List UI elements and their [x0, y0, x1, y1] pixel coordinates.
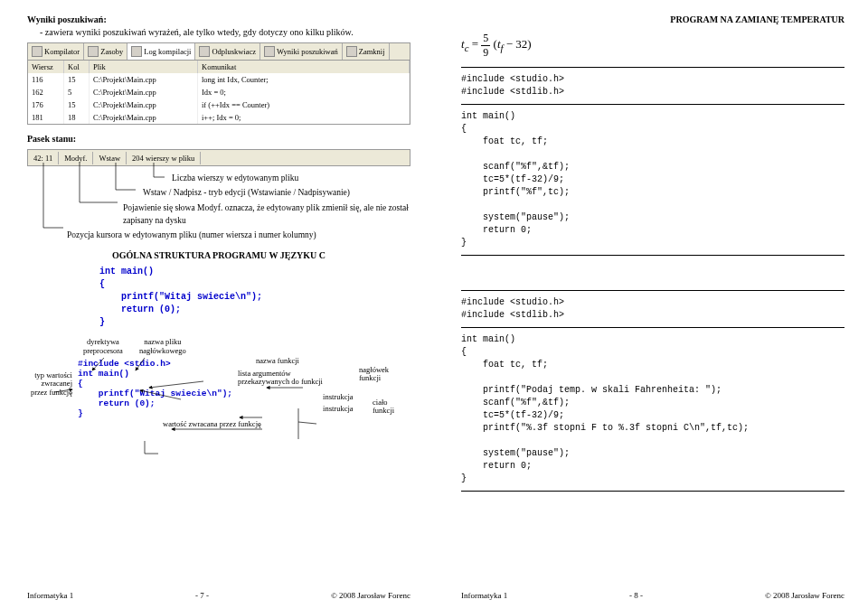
- grid-row: 18118C:\Projekt\Main.cppi++; Idx = 0;: [28, 111, 410, 124]
- cell: C:\Projekt\Main.cpp: [90, 111, 198, 124]
- code-includes-1: #include <studio.h> #include <stdlib.h>: [461, 73, 844, 98]
- status-lines: 204 wierszy w pliku: [127, 152, 201, 164]
- code-line: #include <stdlib.h>: [461, 310, 564, 320]
- col-wiersz: Wiersz: [28, 61, 64, 73]
- heading-pasek: Pasek stanu:: [27, 134, 410, 144]
- code-line: {: [78, 379, 83, 389]
- cell: C:\Projekt\Main.cpp: [90, 86, 198, 98]
- code-includes-2: #include <studio.h> #include <stdlib.h>: [461, 296, 844, 322]
- callout-modyf: Pojawienie się słowa Modyf. oznacza, że …: [63, 201, 410, 228]
- label-naglowek-funkcji: nagłówek funkcji: [359, 366, 410, 383]
- code-line: #include <stdio.h>: [78, 359, 171, 369]
- footer-title: Informatyka 1: [461, 591, 507, 600]
- page-7: Wyniki poszukiwań: - zawiera wyniki posz…: [0, 0, 434, 609]
- footer-left-page: Informatyka 1 - 7 - © 2008 Jarosław Fore…: [27, 591, 410, 600]
- code-line: return (0);: [99, 304, 181, 314]
- tab-odpluskwiacz: Odpluskwiacz: [195, 43, 260, 60]
- label-nazwa-funkcji: nazwa funkcji: [256, 357, 299, 365]
- tab-label: Wyniki poszukiwań: [277, 47, 338, 56]
- tab-log: Log kompilacji: [127, 43, 195, 60]
- code-line: printf("Witaj swiecie\n");: [78, 389, 232, 398]
- code-line: printf("Witaj swiecie\n");: [99, 292, 262, 302]
- code-line: int main(): [78, 369, 129, 379]
- cell: 176: [28, 98, 64, 111]
- tab-icon: [199, 46, 210, 57]
- divider: [461, 67, 844, 68]
- divider: [461, 290, 844, 291]
- tab-label: Log kompilacji: [144, 47, 191, 56]
- code-line: #include <studio.h>: [461, 297, 564, 307]
- cell: 5: [64, 86, 90, 98]
- cell: 15: [64, 73, 90, 86]
- footer-title: Informatyka 1: [27, 591, 73, 600]
- tab-icon: [88, 46, 99, 57]
- callout-cursor: Pozycja kursora w edytowanym pliku (nume…: [63, 229, 410, 241]
- cell: long int Idx, Counter;: [198, 73, 410, 86]
- ui-statusbar: 42: 11 Modyf. Wstaw 204 wierszy w pliku: [27, 149, 410, 166]
- label-lista-arg: lista argumentówprzekazywanych do funkcj…: [238, 370, 323, 387]
- code-line: }: [78, 408, 83, 418]
- code-sample-1: int main() { printf("Witaj swiecie\n"); …: [27, 266, 410, 329]
- tab-icon: [32, 46, 42, 57]
- cell: 116: [28, 73, 64, 86]
- label-instrukcja-2: instrukcja: [323, 405, 354, 413]
- tab-label: Kompilator: [44, 47, 80, 56]
- heading-wyniki: Wyniki poszukiwań:: [27, 14, 410, 24]
- status-mode: Wstaw: [93, 152, 127, 164]
- cell: 18: [64, 111, 90, 124]
- tab-label: Odpluskwiacz: [212, 47, 256, 56]
- label-typ-wartosci: typ wartościzwracanejprzez funkcję: [27, 359, 72, 397]
- tab-label: Zamknij: [359, 47, 385, 56]
- grid-header: Wiersz Kol Plik Komunikat: [28, 61, 410, 73]
- footer-copyright: © 2008 Jarosław Forenc: [331, 591, 410, 600]
- grid-row: 11615C:\Projekt\Main.cpplong int Idx, Co…: [28, 73, 410, 86]
- ui-grid: Wiersz Kol Plik Komunikat 11615C:\Projek…: [27, 61, 410, 125]
- document: Wyniki poszukiwań: - zawiera wyniki posz…: [0, 0, 868, 609]
- tab-icon: [264, 46, 275, 57]
- col-kol: Kol: [64, 61, 90, 73]
- code-line: {: [99, 279, 105, 289]
- grid-row: 1625C:\Projekt\Main.cppIdx = 0;: [28, 86, 410, 98]
- divider: [461, 327, 844, 328]
- tab-icon: [131, 46, 142, 57]
- code-line: int main(): [99, 267, 154, 276]
- label-cialo-funkcji: ciało funkcji: [373, 398, 410, 416]
- footer-pagenum: - 7 -: [195, 591, 209, 600]
- status-pos: 42: 11: [28, 152, 59, 164]
- code-line: #include <studio.h>: [461, 74, 564, 84]
- callout-edit-mode: Wstaw / Nadpisz - tryb edycji (Wstawiani…: [63, 186, 410, 199]
- tab-zamknij: Zamknij: [343, 43, 390, 60]
- code-sample-2: #include <stdio.h> int main() { printf("…: [72, 359, 232, 418]
- cell: i++; Idx = 0;: [198, 111, 410, 124]
- heading-struktura: OGÓLNA STRUKTURA PROGRAMU W JĘZYKU C: [27, 250, 410, 260]
- col-komunikat: Komunikat: [198, 61, 410, 73]
- callout-lines-count: Liczba wierszy w edytowanym pliku: [63, 172, 410, 184]
- code-program-1: int main() { foat tc, tf; scanf("%f",&tf…: [461, 110, 844, 249]
- tab-icon: [346, 46, 357, 57]
- divider: [461, 255, 844, 256]
- label-wartosc-zwracana: wartość zwracana przez funkcję: [27, 420, 410, 428]
- label-nazwa-pliku: nazwa plikunagłówkowego: [139, 338, 186, 355]
- divider: [461, 491, 844, 492]
- divider: [461, 104, 844, 105]
- tab-wyniki: Wyniki poszukiwań: [260, 43, 343, 60]
- label-dyrektywa: dyrektywapreprocesora: [83, 338, 123, 355]
- footer-right-page: Informatyka 1 - 8 - © 2008 Jarosław Fore…: [461, 591, 844, 600]
- label-instrukcja: instrukcja: [323, 393, 354, 401]
- code-line: #include <stdlib.h>: [461, 87, 564, 97]
- diagram-body: typ wartościzwracanejprzez funkcję #incl…: [27, 359, 410, 418]
- cell: C:\Projekt\Main.cpp: [90, 73, 198, 86]
- formula-celsius: tc = 59 (tf − 32): [461, 32, 844, 60]
- cell: if (++Idx == Counter): [198, 98, 410, 111]
- code-program-2: int main() { foat tc, tf; printf("Podaj …: [461, 333, 844, 485]
- function-diagram: dyrektywapreprocesora nazwa plikunagłówk…: [27, 338, 410, 428]
- page-8: PROGRAM NA ZAMIANĘ TEMPERATUR tc = 59 (t…: [434, 0, 868, 609]
- col-plik: Plik: [90, 61, 198, 73]
- cell: 162: [28, 86, 64, 98]
- grid-row: 17615C:\Projekt\Main.cppif (++Idx == Cou…: [28, 98, 410, 111]
- code-line: return (0);: [78, 398, 156, 408]
- tab-zasoby: Zasoby: [84, 43, 127, 60]
- diagram-top-labels: dyrektywapreprocesora nazwa plikunagłówk…: [27, 338, 410, 355]
- tab-label: Zasoby: [100, 47, 123, 56]
- text-wyniki-desc: - zawiera wyniki poszukiwań wyrażeń, ale…: [27, 27, 410, 37]
